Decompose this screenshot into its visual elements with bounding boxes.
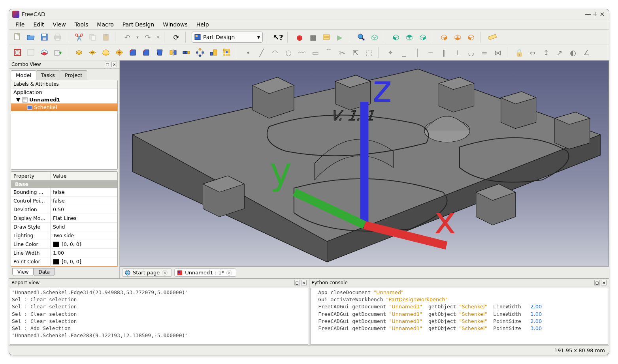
prop-row[interactable]: Control Poi…false xyxy=(11,197,117,205)
zoom-fit-icon[interactable] xyxy=(355,31,367,43)
tree-item-selected[interactable]: Schenkel xyxy=(11,103,117,111)
menu-tools[interactable]: Tools xyxy=(71,21,92,28)
macros-icon[interactable] xyxy=(320,31,332,43)
view-front-icon[interactable] xyxy=(390,31,402,43)
sk-point-icon: • xyxy=(242,47,254,58)
prop-tab-view[interactable]: View xyxy=(12,268,34,276)
view-right-icon[interactable] xyxy=(417,31,429,43)
panel-close-icon[interactable]: × xyxy=(601,280,607,285)
workbench-label: Part Design xyxy=(203,34,235,40)
color-swatch xyxy=(53,242,59,247)
tab-close-icon[interactable]: × xyxy=(226,270,232,276)
whats-this-icon[interactable]: ↖? xyxy=(272,31,284,43)
menubar: FileEditViewToolsMacroPart DesignWindows… xyxy=(9,19,609,30)
document-tabs: Start page×Unnamed1 : 1*× xyxy=(120,266,609,278)
multitransform-icon[interactable] xyxy=(221,47,233,58)
c-perp-icon: ⊥ xyxy=(452,47,464,58)
svg-rect-37 xyxy=(213,50,217,55)
panel-float-icon[interactable]: ◻ xyxy=(594,280,600,285)
axis-gizmo: z x y xyxy=(120,61,609,266)
groove-icon[interactable] xyxy=(113,47,125,58)
tab-close-icon[interactable]: × xyxy=(162,270,168,276)
new-file-icon[interactable] xyxy=(11,31,23,43)
prop-row[interactable]: Draw StyleSolid xyxy=(11,223,117,231)
tree-root[interactable]: Application xyxy=(11,88,117,96)
prop-row[interactable]: Point Color[0, 0, 0] xyxy=(11,257,117,266)
svg-rect-6 xyxy=(56,38,60,40)
menu-file[interactable]: File xyxy=(11,21,28,28)
linear-pattern-icon[interactable] xyxy=(181,47,192,58)
sketch-edit-icon xyxy=(25,47,37,58)
panel-float-icon[interactable]: ◻ xyxy=(105,62,110,67)
menu-help[interactable]: Help xyxy=(192,21,213,28)
minimize-button[interactable]: — xyxy=(584,10,592,18)
cut-icon[interactable]: ✂️ xyxy=(73,31,85,43)
doc-tab[interactable]: Start page× xyxy=(122,268,172,277)
prop-row[interactable]: Display Mo…Flat Lines xyxy=(11,214,117,223)
svg-line-55 xyxy=(294,192,364,225)
tree-doc[interactable]: ▼ Unnamed1 xyxy=(11,96,117,103)
panel-close-icon[interactable]: × xyxy=(111,62,117,67)
workbench-selector[interactable]: Part Design ▾ xyxy=(192,32,263,43)
measure-icon[interactable] xyxy=(486,31,498,43)
svg-text:z: z xyxy=(373,68,392,111)
revolve-icon[interactable] xyxy=(100,47,112,58)
c-equal-icon: = xyxy=(479,47,490,58)
combo-tab-tasks[interactable]: Tasks xyxy=(36,70,60,80)
scaled-icon[interactable] xyxy=(207,47,219,58)
menu-macro[interactable]: Macro xyxy=(93,21,117,28)
doc-tab[interactable]: Unnamed1 : 1*× xyxy=(174,268,236,277)
combo-tab-model[interactable]: Model xyxy=(11,70,36,80)
fillet-icon[interactable] xyxy=(127,47,139,58)
c-dist-icon: ↗ xyxy=(554,47,565,58)
polar-pattern-icon[interactable] xyxy=(194,47,206,58)
property-table[interactable]: Property Value Base Bounding …falseContr… xyxy=(11,171,118,267)
maximize-button[interactable]: + xyxy=(592,10,599,18)
python-console-title: Python console ◻ × xyxy=(309,279,609,287)
menu-part-design[interactable]: Part Design xyxy=(119,21,158,28)
prop-row[interactable]: Line Width1.00 xyxy=(11,249,117,257)
prop-row[interactable]: Line Color[0, 0, 0] xyxy=(11,240,117,249)
close-button[interactable]: × xyxy=(599,10,606,18)
mirror-icon[interactable] xyxy=(167,47,179,58)
sk-rect-icon: ▭ xyxy=(309,47,321,58)
c-vertical-icon: │ xyxy=(411,47,423,58)
view-rear-icon[interactable] xyxy=(438,31,450,43)
prop-row[interactable]: Bounding …false xyxy=(11,188,117,197)
panel-float-icon[interactable]: ◻ xyxy=(294,280,300,285)
view-top-icon[interactable] xyxy=(403,31,415,43)
sk-construction-icon: ⬚ xyxy=(363,47,375,58)
sketch-leave-icon[interactable] xyxy=(52,47,64,58)
pad-icon[interactable] xyxy=(73,47,85,58)
report-view-content[interactable]: "Unnamed1.Schenkel.Edge314(23.949883,53.… xyxy=(10,288,308,345)
menu-windows[interactable]: Windows xyxy=(159,21,192,28)
menu-view[interactable]: View xyxy=(49,21,70,28)
refresh-icon[interactable]: ⟳ xyxy=(170,31,182,43)
pocket-icon[interactable] xyxy=(87,47,98,58)
model-tree[interactable]: Labels & Attributes Application ▼ Unname… xyxy=(11,80,118,170)
3d-viewport[interactable]: V. 1. 1 z x y xyxy=(120,60,609,266)
prop-row[interactable]: LightingTwo side xyxy=(11,231,117,240)
python-console-content[interactable]: App closeDocument "Unnamed" Gui activate… xyxy=(310,288,609,345)
combo-view-title: Combo View ◻ × xyxy=(9,60,119,69)
open-file-icon[interactable] xyxy=(25,31,37,43)
record-macro-icon[interactable]: ● xyxy=(294,31,305,43)
app-window: FreeCAD — + × FileEditViewToolsMacroPart… xyxy=(9,9,609,355)
tree-expand-icon[interactable]: ▼ xyxy=(16,97,21,103)
view-axo-icon[interactable] xyxy=(369,31,381,43)
draft-icon[interactable] xyxy=(154,47,166,58)
sketch-map-icon[interactable] xyxy=(38,47,50,58)
combo-tab-project[interactable]: Project xyxy=(60,70,87,80)
view-left-icon[interactable] xyxy=(465,31,477,43)
prop-row[interactable]: Deviation0.50 xyxy=(11,205,117,214)
print-icon xyxy=(52,31,64,43)
view-bottom-icon[interactable] xyxy=(452,31,464,43)
c-radius-icon: ◐ xyxy=(567,47,579,58)
sketch-new-icon[interactable] xyxy=(11,47,23,58)
svg-rect-19 xyxy=(28,49,34,56)
chamfer-icon[interactable] xyxy=(140,47,152,58)
menu-edit[interactable]: Edit xyxy=(29,21,48,28)
prop-tab-data[interactable]: Data xyxy=(33,268,55,276)
panel-close-icon[interactable]: × xyxy=(301,280,307,285)
save-file-icon[interactable] xyxy=(38,31,50,43)
